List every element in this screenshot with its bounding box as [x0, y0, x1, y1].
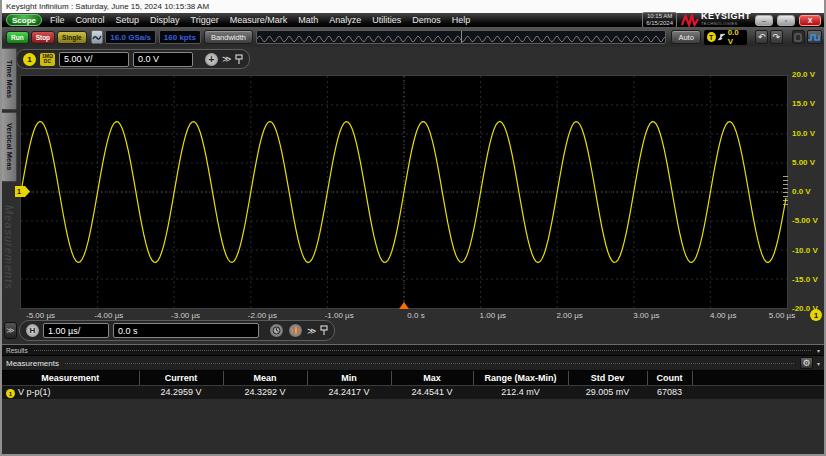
max-cell: 24.4541 V [391, 385, 473, 399]
trigger-level-value: 0.0 V [728, 28, 745, 46]
col-range[interactable]: Range (Max-Min) [473, 371, 568, 385]
count-cell: 67083 [647, 385, 692, 399]
axis-channel1-badge: 1 [810, 309, 822, 321]
auto-trigger-button[interactable]: Auto [671, 30, 700, 44]
menu-demos[interactable]: Demos [412, 15, 441, 25]
trigger-readout[interactable]: T 0.0 V [704, 30, 747, 45]
range-cell: 212.4 mV [473, 385, 568, 399]
timebase-position-input[interactable]: 0.0 s [113, 323, 259, 338]
x-tick-label: 3.00 µs [633, 311, 659, 320]
channel1-offset-input[interactable]: 0.0 V [133, 52, 193, 67]
keysight-logo: KEYSIGHT TECHNOLOGIES [681, 13, 751, 27]
clear-display-icon[interactable] [91, 30, 104, 44]
brand-name: KEYSIGHT [701, 13, 751, 20]
channel1-scale-input[interactable]: 5.00 V/ [59, 52, 129, 67]
menu-setup[interactable]: Setup [116, 15, 140, 25]
gear-icon[interactable]: ⚙ [800, 357, 813, 369]
scope-menu-button[interactable]: Scope [6, 14, 42, 26]
channel1-badge[interactable]: 1 [23, 53, 36, 66]
run-button[interactable]: Run [6, 31, 29, 44]
memory-depth-readout: 160 kpts [159, 30, 201, 44]
y-tick-label: 15.0 V [792, 99, 826, 108]
col-current[interactable]: Current [139, 371, 223, 385]
menu-analyze[interactable]: Analyze [329, 15, 361, 25]
channel1-controls: 1 1MΩ DC 5.00 V/ 0.0 V + ≫ [16, 49, 250, 69]
menu-control[interactable]: Control [76, 15, 105, 25]
acquisition-toolbar: Run Stop Single 16.0 GSa/s 160 kpts Band… [2, 27, 824, 47]
x-tick-label: -4.00 µs [94, 311, 123, 320]
tab-time-meas[interactable]: Time Meas [2, 48, 17, 110]
add-channel-icon[interactable]: + [205, 53, 218, 66]
pause-icon[interactable] [288, 323, 303, 338]
autoscale-icon[interactable] [807, 30, 822, 44]
results-collapse-icon[interactable]: ▾ [817, 347, 820, 354]
rising-edge-icon [718, 32, 726, 42]
measurements-table: Measurement Current Mean Min Max Range (… [2, 371, 826, 399]
menu-help[interactable]: Help [452, 15, 471, 25]
horizontal-badge[interactable]: H [26, 324, 39, 337]
x-tick-label: -1.00 µs [325, 311, 354, 320]
sample-rate-readout: 16.0 GSa/s [105, 30, 155, 44]
timebase-scale-input[interactable]: 1.00 µs/ [43, 323, 109, 338]
col-measurement[interactable]: Measurement [2, 371, 139, 385]
x-tick-label: 4.00 µs [710, 311, 736, 320]
undo-icon[interactable]: ↶ [755, 30, 768, 44]
col-mean[interactable]: Mean [223, 371, 307, 385]
results-pane: Results ▾ Measurements ⚙ ▾ Measurement C… [2, 344, 824, 456]
menu-utilities[interactable]: Utilities [372, 15, 401, 25]
trigger-source-badge: T [707, 32, 716, 42]
col-stddev[interactable]: Std Dev [568, 371, 647, 385]
col-min[interactable]: Min [307, 371, 391, 385]
menu-bar: Scope FileControlSetupDisplayTriggerMeas… [2, 13, 824, 27]
measurements-header[interactable]: Measurements ⚙ ▾ [2, 356, 824, 371]
waveform-display[interactable] [20, 75, 788, 309]
redo-icon[interactable]: ↷ [770, 30, 783, 44]
x-tick-label: -3.00 µs [171, 311, 200, 320]
clock-display: 10:15 AM 6/15/2024 [642, 12, 677, 28]
horizontal-preview-strip[interactable] [256, 30, 666, 44]
pin-icon[interactable] [235, 54, 243, 65]
y-tick-label: 5.00 V [792, 158, 826, 167]
menu-items: FileControlSetupDisplayTriggerMeasure/Ma… [50, 15, 481, 25]
menu-math[interactable]: Math [298, 15, 318, 25]
channel-expand-icon[interactable]: ≫ [222, 54, 231, 64]
keysight-spark-icon [681, 14, 699, 27]
col-max[interactable]: Max [391, 371, 473, 385]
menu-file[interactable]: File [50, 15, 65, 25]
x-tick-label: 2.00 µs [556, 311, 582, 320]
x-tick-label: 0.0 s [407, 311, 424, 320]
panel-expand-icon[interactable]: ≫ [4, 322, 17, 339]
channel1-coupling-badge[interactable]: 1MΩ DC [40, 53, 55, 66]
measurements-menu-icon[interactable]: ▾ [817, 360, 820, 367]
stop-button[interactable]: Stop [31, 31, 55, 44]
tab-vertical-meas[interactable]: Vertical Meas [2, 112, 17, 182]
brand-subtitle: TECHNOLOGIES [701, 20, 751, 27]
measurement-name-cell[interactable]: 1V p-p(1) [2, 385, 139, 399]
y-tick-label: -15.0 V [792, 275, 826, 284]
col-count[interactable]: Count [647, 371, 692, 385]
maximize-button[interactable]: ▫ [777, 15, 795, 26]
table-row[interactable]: 1V p-p(1) 24.2959 V 24.3292 V 24.2417 V … [2, 385, 826, 399]
x-tick-label: 5.00 µs [769, 311, 795, 320]
pin-icon[interactable] [320, 325, 328, 336]
horizontal-zoom-icon[interactable] [269, 323, 284, 338]
trigger-time-marker-icon[interactable] [399, 302, 409, 309]
bandwidth-button[interactable]: Bandwidth [204, 30, 253, 44]
close-button[interactable]: X [799, 15, 821, 26]
horizontal-controls: H 1.00 µs/ 0.0 s ≫ [19, 320, 335, 341]
empty-cell [692, 385, 826, 399]
y-tick-label: -5.00 V [792, 216, 826, 225]
menu-measure-mark[interactable]: Measure/Mark [230, 15, 288, 25]
touch-icon[interactable] [792, 30, 805, 44]
horizontal-expand-icon[interactable]: ≫ [307, 326, 316, 336]
minimize-button[interactable]: – [755, 15, 773, 26]
results-header[interactable]: Results ▾ [2, 345, 824, 356]
single-button[interactable]: Single [57, 31, 87, 44]
trigger-level-ruler [783, 176, 788, 208]
x-tick-label: -5.00 µs [26, 311, 55, 320]
menu-trigger[interactable]: Trigger [191, 15, 219, 25]
menu-display[interactable]: Display [150, 15, 180, 25]
row-channel1-icon: 1 [6, 389, 15, 398]
results-label: Results [6, 347, 28, 354]
oscilloscope-app-window: Keysight Infiniium : Saturday, June 15, … [0, 0, 826, 456]
